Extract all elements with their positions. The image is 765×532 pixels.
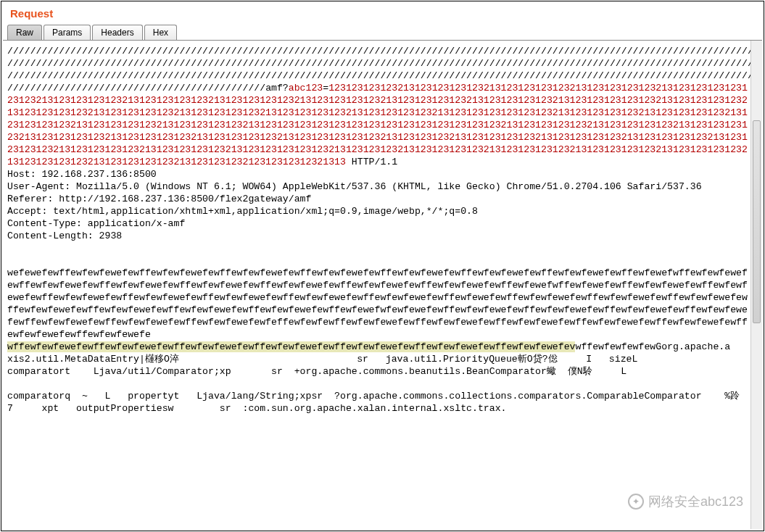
body-comparator-2: comparatorq ~ L propertyt Ljava/lang/Str… [7, 391, 750, 414]
request-path: /amf? [260, 83, 289, 93]
header-content-length: Content-Length: 2938 [7, 230, 122, 241]
body-comparator-1: comparatort Ljava/util/Comparator;xp sr … [7, 366, 627, 377]
body-few-pattern: wefewefewffewfewfewefewffewfewfewefewffe… [7, 267, 748, 340]
body-few-tail: wffewfewfewfewGorg.apache.a [575, 341, 730, 352]
panel-header: Request [1, 1, 764, 25]
tab-hex[interactable]: Hex [144, 25, 177, 40]
tab-params[interactable]: Params [44, 25, 91, 40]
equals: = [323, 83, 328, 93]
header-accept: Accept: text/html,application/xhtml+xml,… [7, 206, 478, 217]
request-slashes-3: ////////////////////////////////////////… [7, 70, 750, 81]
tabs-bar: Raw Params Headers Hex [1, 25, 764, 40]
header-user-agent: User-Agent: Mozilla/5.0 (Windows NT 6.1;… [7, 181, 702, 192]
request-slashes-2: ////////////////////////////////////////… [7, 58, 750, 69]
tab-headers[interactable]: Headers [92, 25, 142, 40]
request-param-value: 1231231231232131231231231232131231231231… [7, 83, 748, 167]
header-content-type: Content-Type: application/x-amf [7, 218, 185, 229]
http-version: HTTP/1.1 [346, 157, 397, 167]
body-metadataentry: xis2.util.MetaDataEntry|櫣移O淬 sr java.uti… [7, 354, 637, 365]
panel-title: Request [10, 7, 53, 20]
header-referer: Referer: http://192.168.237.136:8500/fle… [7, 194, 311, 204]
request-panel: Request Raw Params Headers Hex /////////… [1, 1, 764, 531]
content-wrapper: ////////////////////////////////////////… [3, 40, 762, 529]
vertical-scrollbar[interactable] [750, 41, 762, 529]
request-param-name: abc123 [289, 83, 323, 93]
tab-raw[interactable]: Raw [7, 25, 42, 40]
raw-request-text[interactable]: ////////////////////////////////////////… [3, 41, 750, 529]
header-host: Host: 192.168.237.136:8500 [7, 169, 157, 180]
request-slashes-4: ////////////////////////////////////////… [7, 83, 260, 93]
scrollbar-thumb[interactable] [753, 120, 761, 323]
body-few-highlighted: wffewfewfewefewffewfewfewefewffewfewfewe… [7, 341, 575, 352]
request-slashes-1: ////////////////////////////////////////… [7, 46, 750, 57]
